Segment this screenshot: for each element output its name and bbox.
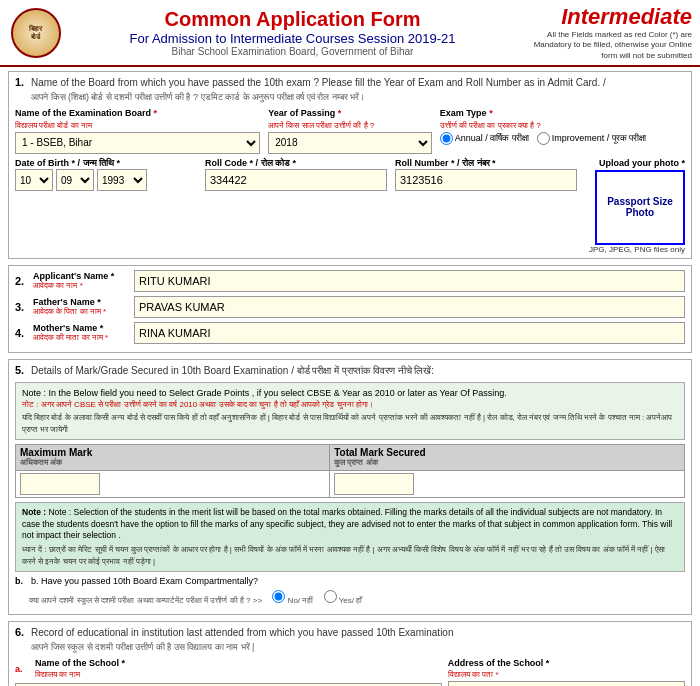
section1-header: 1. Name of the Board from which you have… — [15, 76, 685, 104]
max-mark-input[interactable] — [20, 473, 100, 495]
section6-title: Record of educational in institution las… — [31, 626, 453, 654]
radio-improvement-input[interactable] — [537, 132, 550, 145]
col-max-mark: Maximum Mark अधिकतम अंक — [16, 444, 330, 470]
applicant-name-input[interactable] — [134, 270, 685, 292]
section5-header: 5. Details of Mark/Grade Secured in 10th… — [15, 364, 685, 378]
section5-number: 5. — [15, 364, 27, 376]
logo-circle: बिहारबोर्ड — [11, 8, 61, 58]
field-school-address: Address of the School * विद्यालय का पता … — [448, 658, 685, 686]
form-row-board: Name of the Examination Board * विद्यालय… — [15, 108, 685, 153]
radio-no-input[interactable] — [272, 590, 285, 603]
row-dob-roll: Date of Birth * / जन्म तिथि * 10 09 1993 — [15, 158, 685, 254]
page-subtitle: For Admission to Intermediate Courses Se… — [63, 31, 522, 46]
radio-annual-input[interactable] — [440, 132, 453, 145]
col-total-mark: Total Mark Secured कुल प्राप्त अंक — [330, 444, 685, 470]
intermediate-title: Intermediate — [522, 4, 692, 30]
radio-yes-label[interactable]: Yes/ हाँ — [324, 596, 363, 605]
field-board-name: Name of the Examination Board * विद्यालय… — [15, 108, 260, 153]
section5-title: Details of Mark/Grade Secured in 10th Bo… — [31, 364, 434, 378]
marks-cell-total — [330, 470, 685, 497]
logo: बिहारबोर्ड — [8, 5, 63, 60]
applicant-name-row: 2. Applicant's Name * आवेदक का नाम * — [15, 270, 685, 292]
marks-row — [16, 470, 685, 497]
board-name-label: Name of the Examination Board * विद्यालय… — [15, 108, 260, 131]
year-passing-label: Year of Passing * आपने किस साल परीक्षा उ… — [268, 108, 432, 131]
header-center: Common Application Form For Admission to… — [63, 8, 522, 57]
intermediate-box: Intermediate All the Fields marked as re… — [522, 4, 692, 61]
field-exam-type: Exam Type * उत्तीर्ण की परीक्षा का प्रका… — [440, 108, 685, 144]
mother-name-row: 4. Mother's Name * आवेदक की माता का नाम … — [15, 322, 685, 344]
page-header: बिहारबोर्ड Common Application Form For A… — [0, 0, 700, 67]
section1-number: 1. — [15, 76, 27, 88]
roll-code-label: Roll Code * / रोल कोड * — [205, 158, 387, 170]
board-select[interactable]: 1 - BSEB, Bihar — [15, 132, 260, 154]
mother-name-label: Mother's Name * आवेदक की माता का नाम * — [33, 323, 128, 343]
father-name-label: Father's Name * आवेदक के पिता का नाम * — [33, 297, 128, 317]
dob-year-select[interactable]: 1993 — [97, 169, 147, 191]
field-school-name: a. Name of the School * विद्यालय का नाम — [15, 658, 442, 686]
roll-code-input[interactable] — [205, 169, 387, 191]
radio-yes-input[interactable] — [324, 590, 337, 603]
section-marks: 5. Details of Mark/Grade Secured in 10th… — [8, 359, 692, 615]
selection-note-box: Note : Note : Selection of the students … — [15, 502, 685, 572]
photo-box[interactable]: Passport Size Photo — [595, 170, 685, 245]
roll-number-input[interactable] — [395, 169, 577, 191]
school-name-address-row: a. Name of the School * विद्यालय का नाम … — [15, 658, 685, 686]
year-select[interactable]: 2018 — [268, 132, 432, 154]
dob-label: Date of Birth * / जन्म तिथि * — [15, 158, 197, 170]
field-dob: Date of Birth * / जन्म तिथि * 10 09 1993 — [15, 158, 197, 192]
photo-upload-area: Upload your photo * Passport Size Photo … — [585, 158, 685, 254]
school-name-label-row: a. Name of the School * विद्यालय का नाम — [15, 658, 442, 681]
radio-no-label[interactable]: No/ नहीं — [272, 596, 315, 605]
photo-caption: JPG, JPEG, PNG files only — [589, 245, 685, 254]
marks-cell-max — [16, 470, 330, 497]
compart-question-row: b. b. Have you passed 10th Board Exam Co… — [15, 576, 685, 586]
upload-label: Upload your photo * — [599, 158, 685, 168]
section-board-info: 1. Name of the Board from which you have… — [8, 71, 692, 258]
field-roll-number: Roll Number * / रोल नंबर * — [395, 158, 577, 192]
dob-day-select[interactable]: 10 — [15, 169, 53, 191]
section3-number: 3. — [15, 301, 27, 313]
exam-type-label: Exam Type * उत्तीर्ण की परीक्षा का प्रका… — [440, 108, 685, 131]
section2-number: 2. — [15, 275, 27, 287]
radio-improvement[interactable]: Improvement / पूरक परीक्षा — [537, 132, 647, 145]
dob-date-row: 10 09 1993 — [15, 169, 197, 191]
form-row-dob-rolls: Date of Birth * / जन्म तिथि * 10 09 1993 — [15, 158, 577, 192]
school-name-field-label: Name of the School * विद्यालय का नाम — [35, 658, 125, 681]
section-school: 6. Record of educational in institution … — [8, 621, 692, 686]
father-name-row: 3. Father's Name * आवेदक के पिता का नाम … — [15, 296, 685, 318]
marks-note: Note : In the Below field you need to Se… — [15, 382, 685, 440]
section1-title: Name of the Board from which you have pa… — [31, 76, 606, 104]
applicant-name-label: Applicant's Name * आवेदक का नाम * — [33, 271, 128, 291]
school-address-input[interactable] — [448, 681, 685, 686]
school-address-label: Address of the School * विद्यालय का पता … — [448, 658, 685, 681]
section4-number: 4. — [15, 327, 27, 339]
page-title: Common Application Form — [63, 8, 522, 31]
intermediate-desc: All the Fields marked as red Color (*) a… — [522, 30, 692, 61]
section-names: 2. Applicant's Name * आवेदक का नाम * 3. … — [8, 265, 692, 353]
dob-month-select[interactable]: 09 — [56, 169, 94, 191]
mother-name-input[interactable] — [134, 322, 685, 344]
school-row-a: a. — [15, 664, 29, 674]
main-content: 1. Name of the Board from which you have… — [0, 67, 700, 686]
father-name-input[interactable] — [134, 296, 685, 318]
section6-header: 6. Record of educational in institution … — [15, 626, 685, 654]
radio-annual[interactable]: Annual / वार्षिक परीक्षा — [440, 132, 529, 145]
section6-number: 6. — [15, 626, 27, 638]
marks-table: Maximum Mark अधिकतम अंक Total Mark Secur… — [15, 444, 685, 498]
left-fields: Date of Birth * / जन्म तिथि * 10 09 1993 — [15, 158, 577, 254]
total-mark-input[interactable] — [334, 473, 414, 495]
exam-type-radio-group: Annual / वार्षिक परीक्षा Improvement / प… — [440, 132, 685, 145]
compart-hindi: क्या आपने दशमी स्कूल से दशमी परीक्षा अथव… — [29, 590, 685, 606]
field-year-passing: Year of Passing * आपने किस साल परीक्षा उ… — [268, 108, 432, 153]
field-roll-code: Roll Code * / रोल कोड * — [205, 158, 387, 192]
roll-number-label: Roll Number * / रोल नंबर * — [395, 158, 577, 170]
page-board: Bihar School Examination Board, Governme… — [63, 46, 522, 57]
